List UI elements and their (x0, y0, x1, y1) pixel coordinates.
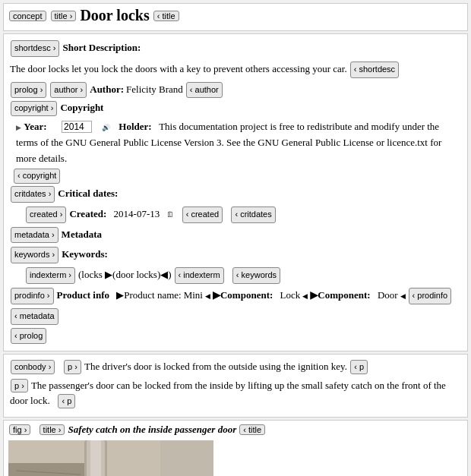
figure-title-tag-open[interactable]: title (40, 424, 65, 435)
critdates-tag-close[interactable]: critdates (231, 206, 275, 223)
metadata-label: Metadata (62, 225, 102, 243)
fig-tag[interactable]: fig (9, 424, 30, 435)
copyright-block: copyright Copyright ▶ Year: 🔊 Holder: Th… (10, 100, 461, 184)
prodname-value: Mini (184, 286, 203, 304)
created-label: Created: (69, 205, 106, 222)
body-para-2: The passenger's door can be locked from … (10, 380, 446, 407)
page-title: Door locks (80, 7, 149, 24)
created-value: 2014-07-13 (114, 205, 160, 222)
component2-label: ▶Component: (310, 286, 370, 304)
main-container: concept title Door locks title shortdesc… (0, 0, 471, 476)
metadata-tag-open[interactable]: metadata (11, 227, 58, 244)
body-para-1: The driver's door is locked from the out… (84, 361, 347, 372)
prodinfo-tag-close[interactable]: prodinfo (409, 288, 452, 304)
keywords-tag-open[interactable]: keywords (11, 247, 58, 263)
critdates-row: critdates Critical dates: (10, 184, 461, 203)
p-tag-close-2[interactable]: p (58, 394, 75, 408)
svg-rect-5 (90, 440, 101, 476)
short-desc-text: The door locks let you lock the doors wi… (10, 60, 347, 77)
copyright-row: copyright Copyright ▶ Year: 🔊 Holder: Th… (10, 100, 461, 166)
figure-section: fig title Safety catch on the inside pas… (3, 420, 468, 476)
created-tag-close[interactable]: created (182, 206, 223, 223)
prolog-tag-close[interactable]: prolog (11, 328, 46, 345)
prodinfo-row: prodinfo Product info ▶Product name: Min… (10, 286, 461, 326)
para1-row: conbody p The driver's door is locked fr… (10, 359, 461, 375)
critdates-tag-open[interactable]: critdates (11, 186, 55, 203)
keywords-tag-close[interactable]: keywords (232, 267, 280, 284)
indexterm-tag-close[interactable]: indexterm (175, 267, 224, 284)
copyright-label: Copyright (60, 100, 103, 116)
p-tag-open-1[interactable]: p (64, 360, 81, 374)
p-tag-open-2[interactable]: p (11, 379, 28, 393)
content-section: conbody p The driver's door is locked fr… (3, 354, 468, 418)
author-label: Author: (90, 80, 124, 98)
prodinfo-label: Product info (57, 286, 109, 304)
created-row: created Created: 2014-07-13 🗓 created cr… (25, 205, 461, 224)
author-row: prolog author Author: Felicity Brand aut… (10, 80, 461, 99)
concept-tag[interactable]: concept (9, 11, 46, 21)
figure-title-text: Safety catch on the inside passenger doo… (68, 424, 236, 436)
prolog-close-row: prolog (10, 327, 461, 345)
year-input[interactable] (62, 121, 92, 133)
keywords-row: keywords Keywords: (10, 245, 461, 264)
metadata-row: metadata Metadata (10, 225, 461, 244)
keywords-label: Keywords: (62, 245, 108, 263)
component2-value: Door (378, 286, 398, 304)
title-tag-close[interactable]: title (153, 11, 179, 21)
figure-title-tag-close[interactable]: title (239, 424, 265, 435)
component1-label: ▶Component: (213, 286, 273, 304)
figure-title-row: fig title Safety catch on the inside pas… (8, 424, 463, 439)
shortdesc-tag-open[interactable]: shortdesc (11, 40, 59, 57)
prolog-tag[interactable]: prolog (11, 82, 46, 99)
copyright-tag-close[interactable]: copyright (14, 169, 60, 184)
short-desc-row: shortdesc Short Description: The door lo… (10, 39, 461, 79)
short-desc-label: Short Description: (62, 39, 141, 56)
indexterm-tag-open[interactable]: indexterm (26, 267, 75, 284)
svg-rect-29 (160, 440, 213, 476)
metadata-tag-close[interactable]: metadata (11, 308, 58, 325)
figure-image (8, 440, 213, 476)
year-label: Year: (24, 121, 46, 132)
indexterm-text: (locks ▶(door locks)◀) (78, 266, 172, 283)
p-tag-close-1[interactable]: p (350, 360, 368, 374)
info-section: shortdesc Short Description: The door lo… (3, 33, 468, 351)
holder-label: Holder: (119, 121, 151, 132)
indexterm-row: indexterm (locks ▶(door locks)◀) indexte… (25, 266, 461, 285)
shortdesc-tag-close[interactable]: shortdesc (350, 61, 399, 78)
critdates-label: Critical dates: (58, 184, 118, 202)
author-tag-open[interactable]: author (50, 82, 87, 99)
prodname-label: ▶Product name: (116, 286, 181, 304)
prodinfo-tag-open[interactable]: prodinfo (11, 288, 54, 304)
created-tag-open[interactable]: created (26, 206, 66, 223)
svg-rect-2 (8, 463, 96, 476)
author-value: Felicity Brand (126, 80, 183, 98)
title-section: concept title Door locks title (3, 3, 468, 31)
copyright-tag-open[interactable]: copyright (11, 101, 57, 116)
component1-value: Lock (280, 286, 301, 304)
title-tag-open[interactable]: title (51, 11, 77, 21)
para2-row: p The passenger's door can be locked fro… (10, 378, 461, 409)
title-line: concept title Door locks title (8, 7, 463, 24)
author-tag-close[interactable]: author (186, 82, 223, 99)
conbody-tag[interactable]: conbody (11, 360, 55, 374)
